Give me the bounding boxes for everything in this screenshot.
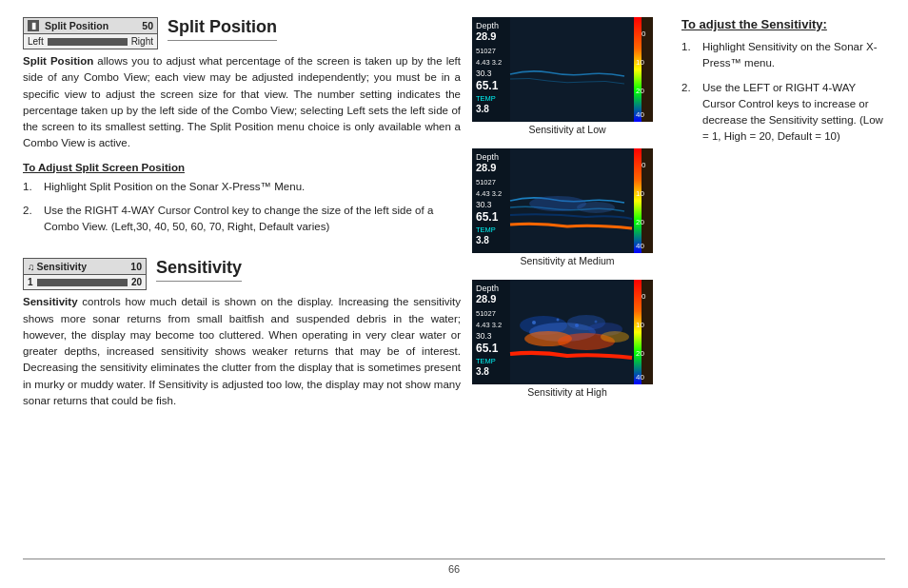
svg-point-55	[575, 323, 579, 327]
svg-text:10: 10	[636, 58, 644, 67]
split-position-title-area: Split Position	[168, 17, 277, 47]
svg-text:51027: 51027	[476, 178, 496, 186]
svg-text:40: 40	[636, 110, 644, 119]
svg-text:65.1: 65.1	[476, 342, 499, 355]
sonar-low-image: Depth 28.9 51027 4.43 3.2 30.3 65.1 TEMP…	[472, 17, 653, 122]
widget-bottom: Left Right	[24, 34, 157, 49]
svg-text:TEMP: TEMP	[476, 94, 496, 103]
svg-text:TEMP: TEMP	[476, 357, 496, 365]
svg-text:40: 40	[636, 373, 644, 382]
sensitivity-icon: ♫	[28, 262, 35, 272]
svg-text:0: 0	[642, 29, 646, 38]
svg-point-54	[557, 319, 560, 322]
svg-point-52	[601, 331, 629, 343]
step2-text: Use the RIGHT 4-WAY Cursor Control key t…	[44, 203, 461, 236]
split-position-bold: Split Position	[23, 55, 93, 67]
adjust-sensitivity-steps: 1. Highlight Sensitivity on the Sonar X-…	[681, 39, 885, 146]
svg-text:4.43  3.2: 4.43 3.2	[476, 58, 502, 67]
sensitivity-body: Sensitivity controls how much detail is …	[23, 294, 461, 409]
sonar-high-label: Sensitivity at High	[472, 386, 662, 398]
svg-text:30.3: 30.3	[476, 200, 492, 209]
sensitivity-widget-bottom: 1 20	[24, 275, 146, 289]
split-position-step-2: 2. Use the RIGHT 4-WAY Cursor Control ke…	[23, 203, 461, 236]
split-position-title: Split Position	[168, 17, 277, 41]
sensitivity-widget: ♫ Sensitivity 10 1 20	[23, 258, 147, 290]
sens-right-label: 20	[131, 277, 142, 287]
sensitivity-slider	[37, 279, 128, 286]
sonar-low-container: Depth 28.9 51027 4.43 3.2 30.3 65.1 TEMP…	[472, 17, 662, 141]
svg-text:TEMP: TEMP	[476, 225, 496, 234]
adjust-step-2: 2. Use the LEFT or RIGHT 4-WAY Cursor Co…	[681, 80, 885, 146]
sensitivity-bold: Sensitivity	[23, 296, 78, 307]
svg-text:4.43  3.2: 4.43 3.2	[476, 189, 502, 198]
svg-text:20: 20	[636, 218, 644, 226]
svg-text:Depth: Depth	[476, 284, 499, 293]
split-position-section: ▮ Split Position 50 Left Right Split Pos…	[23, 17, 461, 243]
split-position-subsection-title: To Adjust Split Screen Position	[23, 162, 461, 173]
widget-slider	[48, 38, 128, 46]
svg-text:Depth: Depth	[476, 152, 499, 162]
svg-text:30.3: 30.3	[476, 331, 492, 341]
widget-label: Split Position	[45, 20, 138, 31]
widget-top: ▮ Split Position 50	[24, 18, 157, 34]
adjust-step-1: 1. Highlight Sensitivity on the Sonar X-…	[681, 39, 885, 72]
sonar-low-svg: Depth 28.9 51027 4.43 3.2 30.3 65.1 TEMP…	[472, 17, 653, 122]
sonar-medium-svg: Depth 28.9 51027 4.43 3.2 30.3 65.1 TEMP…	[472, 148, 653, 253]
split-position-widget: ▮ Split Position 50 Left Right	[23, 17, 158, 49]
split-position-steps: 1. Highlight Split Position on the Sonar…	[23, 179, 461, 236]
widget-left-label: Left	[28, 36, 44, 47]
page: ▮ Split Position 50 Left Right Split Pos…	[0, 0, 908, 588]
svg-text:3.8: 3.8	[476, 366, 489, 377]
svg-text:Depth: Depth	[476, 21, 499, 30]
sonar-low-label: Sensitivity at Low	[472, 124, 662, 135]
footer: 66	[23, 559, 885, 575]
sensitivity-title: Sensitivity	[156, 258, 242, 282]
far-right-column: To adjust the Sensitivity: 1. Highlight …	[674, 17, 885, 559]
svg-rect-2	[634, 17, 642, 122]
svg-text:51027: 51027	[476, 47, 496, 55]
svg-point-56	[595, 321, 598, 323]
svg-text:20: 20	[636, 349, 644, 358]
widget-right-label: Right	[131, 36, 153, 47]
left-column: ▮ Split Position 50 Left Right Split Pos…	[23, 17, 461, 559]
split-position-step-1: 1. Highlight Split Position on the Sonar…	[23, 179, 461, 195]
sonar-medium-image: Depth 28.9 51027 4.43 3.2 30.3 65.1 TEMP…	[472, 148, 653, 253]
svg-text:10: 10	[636, 321, 644, 329]
split-position-header: ▮ Split Position 50 Left Right Split Pos…	[23, 17, 461, 49]
step1-text: Highlight Split Position on the Sonar X-…	[44, 179, 305, 195]
svg-text:0: 0	[642, 292, 646, 301]
svg-text:10: 10	[636, 189, 644, 198]
sensitivity-widget-value: 10	[130, 261, 142, 272]
svg-text:65.1: 65.1	[476, 79, 499, 92]
svg-text:0: 0	[642, 161, 646, 169]
svg-text:40: 40	[636, 242, 644, 250]
widget-value: 50	[142, 20, 153, 31]
page-number: 66	[448, 563, 460, 575]
sonar-images-column: Depth 28.9 51027 4.43 3.2 30.3 65.1 TEMP…	[472, 17, 662, 559]
sensitivity-widget-label: Sensitivity	[37, 261, 129, 272]
sensitivity-section: ♫ Sensitivity 10 1 20 Sensitivity	[23, 258, 461, 419]
svg-text:65.1: 65.1	[476, 210, 499, 224]
svg-point-53	[532, 321, 536, 324]
svg-text:30.3: 30.3	[476, 69, 492, 78]
sonar-medium-container: Depth 28.9 51027 4.43 3.2 30.3 65.1 TEMP…	[472, 148, 662, 272]
svg-text:28.9: 28.9	[476, 30, 496, 42]
svg-point-29	[577, 202, 615, 213]
svg-text:20: 20	[636, 87, 644, 95]
svg-text:3.8: 3.8	[476, 104, 489, 114]
sensitivity-title-area: Sensitivity	[156, 258, 242, 287]
sensitivity-header: ♫ Sensitivity 10 1 20 Sensitivity	[23, 258, 461, 290]
svg-text:28.9: 28.9	[476, 293, 496, 304]
sonar-high-container: Depth 28.9 51027 4.43 3.2 30.3 65.1 TEMP…	[472, 280, 662, 403]
split-position-text: allows you to adjust what percentage of …	[23, 55, 461, 148]
adjust-sensitivity-title: To adjust the Sensitivity:	[681, 17, 885, 31]
sensitivity-widget-top: ♫ Sensitivity 10	[24, 259, 146, 275]
adjust-step2-text: Use the LEFT or RIGHT 4-WAY Cursor Contr…	[702, 80, 885, 146]
sonar-high-svg: Depth 28.9 51027 4.43 3.2 30.3 65.1 TEMP…	[472, 280, 653, 384]
svg-rect-35	[634, 280, 642, 384]
svg-text:3.8: 3.8	[476, 235, 489, 245]
sonar-high-image: Depth 28.9 51027 4.43 3.2 30.3 65.1 TEMP…	[472, 280, 653, 384]
content-area: ▮ Split Position 50 Left Right Split Pos…	[23, 17, 885, 559]
svg-text:51027: 51027	[476, 309, 496, 318]
split-icon: ▮	[28, 20, 39, 31]
